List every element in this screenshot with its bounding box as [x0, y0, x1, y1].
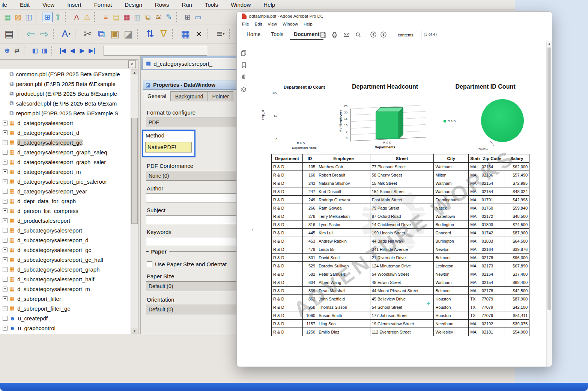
pb-menu-help[interactable]: Help [263, 1, 276, 9]
tree-expand-icon[interactable]: + [3, 228, 8, 233]
acrobat-menu-window[interactable]: Window [283, 22, 298, 26]
pb-menu-insert[interactable]: Insert [66, 1, 82, 9]
acrobat-menu-edit[interactable]: Edit [255, 22, 262, 26]
edit-source-icon[interactable]: ✎ [164, 12, 174, 22]
new-window-icon[interactable]: ⊞ [182, 12, 193, 22]
next-view-button[interactable] [379, 30, 388, 39]
scroll-thumb[interactable] [131, 118, 138, 224]
chart-icon[interactable]: ▥ [132, 12, 143, 22]
pb-menu-edit[interactable]: Edit [19, 1, 30, 9]
delete-object-icon[interactable]: ▦ [122, 12, 132, 22]
pb-menu-ile[interactable]: ile [1, 1, 8, 9]
layers-button[interactable] [239, 86, 248, 95]
first-page-icon[interactable]: |◀ [58, 46, 68, 56]
email-button[interactable] [342, 30, 351, 39]
tree-item-salesorder-pbl[interactable]: +⧉salesorder.pbl (E:\PB 2025 Beta 6\Exam [0, 98, 131, 108]
acrobat-tab-home[interactable]: Home [243, 28, 264, 40]
run-preview-icon[interactable]: ▭ [193, 12, 203, 22]
tree-item-d-categorysalesreport[interactable]: +▦d_categorysalesreport [0, 118, 131, 128]
properties-tab-pointer[interactable]: Pointer [208, 91, 233, 101]
tree-expand-icon[interactable]: + [3, 277, 8, 282]
copy-object-icon[interactable]: ⧉ [143, 12, 153, 22]
last-page-icon[interactable]: ▶| [87, 46, 97, 56]
tree-expand-icon[interactable]: + [3, 208, 8, 213]
method-value-field[interactable]: NativePDF! [145, 142, 192, 152]
tree-expand-icon[interactable]: + [3, 238, 8, 243]
orientation-select[interactable]: Default (0) [146, 305, 242, 314]
tree-expand-icon[interactable]: + [3, 189, 8, 194]
document-scrollbar[interactable]: ▲ [546, 41, 552, 367]
close-icon[interactable]: × [128, 60, 136, 68]
tree-item-d-subcategorysalesreport-d[interactable]: +▦d_subcategorysalesreport_d [0, 235, 131, 245]
database-icon[interactable]: ≋ [153, 12, 164, 22]
scroll-up-icon[interactable]: ▲ [547, 42, 552, 45]
tree-item-d-categorysalesreport-graph-saleq[interactable]: +▦d_categorysalesreport_graph_saleq [0, 147, 131, 157]
subject-input[interactable] [146, 215, 242, 224]
tree-expand-icon[interactable]: + [3, 160, 8, 165]
acrobat-menu-file[interactable]: File [242, 22, 249, 26]
acrobat-menu-view[interactable]: View [268, 22, 277, 26]
tree-item-u-graphcontrol[interactable]: +☻u_graphcontrol [0, 323, 131, 333]
scroll-thumb[interactable] [547, 47, 551, 310]
tree-item-d-dept-data-for-graph[interactable]: +▦d_dept_data_for_graph [0, 196, 131, 206]
pb-menu-design[interactable]: Design [124, 1, 143, 9]
tree-expand-icon[interactable]: + [3, 296, 8, 301]
pb-menu-rows[interactable]: Rows [154, 1, 170, 9]
tree-item-report-pbl[interactable]: +⧉report.pbl (E:\PB 2025 Beta 6\Example … [0, 108, 131, 118]
acrobat-tab-tools[interactable]: Tools [267, 28, 287, 40]
tree-item-d-categorysalesreport-gc[interactable]: +▦d_categorysalesreport_gc [0, 137, 131, 147]
tree-expand-icon[interactable]: + [3, 179, 8, 184]
export-icon[interactable]: ⇧ [53, 12, 63, 22]
tree-item-d-subreport-filter[interactable]: +▦d_subreport_filter [0, 294, 131, 303]
library-search-icon[interactable]: ▤ [111, 12, 122, 22]
tree-item-d-subcategorysalesreport-gc-half[interactable]: +▦d_subcategorysalesreport_gc_half [0, 255, 131, 264]
tree-expand-icon[interactable]: + [3, 326, 8, 331]
tree-item-d-subcategorysalesreport-half[interactable]: +▦d_subcategorysalesreport_half [0, 274, 131, 284]
align-icon[interactable]: ≡▾ [214, 27, 227, 41]
tree-item-d-productsalesreport[interactable]: +▦d_productsalesreport [0, 216, 131, 225]
close-x-icon[interactable]: × [192, 27, 206, 41]
prev-page-icon[interactable]: ◀ [68, 46, 77, 56]
tree-item-common-pbl[interactable]: +⧉common.pbl (E:\PB 2025 Beta 6\Example [0, 69, 131, 79]
tree-expand-icon[interactable]: + [3, 140, 8, 145]
tree-item-u-createpdf[interactable]: +☻u_createpdf [0, 313, 131, 323]
paper-size-select[interactable]: Default (0) [146, 281, 242, 291]
pb-menu-view[interactable]: View [42, 1, 55, 9]
author-input[interactable] [146, 193, 242, 202]
tree-expand-icon[interactable]: + [3, 267, 8, 272]
tree-expand-icon[interactable]: + [3, 121, 8, 125]
tree-item-d-categorysalesreport-graph-saler[interactable]: +▦d_categorysalesreport_graph_saler [0, 157, 131, 167]
tree-item-d-categorysalesreport-d[interactable]: +▦d_categorysalesreport_d [0, 128, 131, 137]
new-object-icon[interactable]: ▦ [2, 12, 13, 22]
tree-expand-icon[interactable]: + [3, 199, 8, 204]
properties-tab-background[interactable]: Background [171, 91, 208, 101]
outline-left-icon[interactable]: ◧ [30, 46, 40, 56]
swap-icon[interactable]: ⇄ [12, 46, 22, 56]
tree-expand-icon[interactable]: + [3, 316, 8, 321]
tree-expand-icon[interactable]: + [3, 218, 8, 223]
search-button[interactable] [353, 30, 362, 39]
use-paper-checkbox[interactable] [147, 261, 152, 267]
acrobat-menu-help[interactable]: Help [304, 22, 313, 26]
outline-right-icon[interactable]: ◨ [40, 46, 50, 56]
tree-expand-icon[interactable]: + [3, 130, 8, 135]
sidebar-collapse-icon[interactable]: ‹ [252, 226, 253, 232]
font-color-icon[interactable]: A▾ [59, 27, 73, 41]
print-icon[interactable]: ▤ [2, 27, 16, 41]
tree-item-d-subcategorysalesreport-gc[interactable]: +▦d_subcategorysalesreport_gc [0, 245, 131, 255]
copy-icon[interactable]: ⧉ [95, 27, 108, 41]
bookmarks-button[interactable] [239, 62, 248, 70]
tree-scrollbar[interactable]: ▲ ▼ [131, 69, 138, 334]
print-button[interactable] [330, 30, 339, 39]
tree-expand-icon[interactable]: + [3, 287, 8, 291]
tree-expand-icon[interactable]: + [3, 248, 8, 252]
tree-item-d-categorysalesreport-year[interactable]: +▦d_categorysalesreport_year [0, 186, 131, 196]
next-page-icon[interactable]: ▶ [77, 46, 87, 56]
tree-item-d-categorysalesreport-pie-saleroor[interactable]: +▦d_categorysalesreport_pie_saleroor [0, 177, 131, 186]
page-thumbnails-button[interactable] [239, 50, 248, 58]
tree-expand-icon[interactable]: + [3, 169, 8, 174]
filter-icon[interactable]: ∇ [157, 27, 170, 41]
scroll-down-icon[interactable]: ▼ [131, 328, 138, 334]
clear-icon[interactable]: ◪ [122, 27, 135, 41]
tree-expand-icon[interactable]: + [3, 257, 8, 262]
